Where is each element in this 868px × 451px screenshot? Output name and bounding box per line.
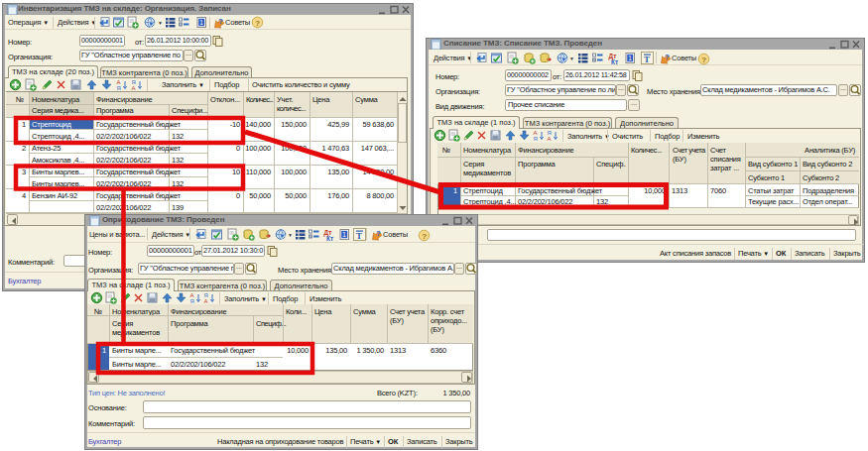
- svg-text:1: 1: [199, 19, 203, 26]
- svg-text:Я: Я: [132, 79, 136, 85]
- svg-text:?: ?: [422, 232, 427, 241]
- svg-text:Кт: Кт: [611, 58, 618, 65]
- svg-text:Я: Я: [548, 130, 552, 136]
- svg-text:?: ?: [665, 53, 670, 61]
- svg-text:Т: Т: [644, 55, 650, 64]
- svg-text:А: А: [190, 292, 194, 298]
- svg-text:Кт: Кт: [326, 235, 333, 242]
- svg-text:?: ?: [701, 56, 706, 64]
- svg-text:Я: Я: [204, 292, 208, 298]
- svg-text:?: ?: [218, 17, 223, 26]
- svg-text:Т: Т: [356, 231, 362, 241]
- svg-text:А: А: [548, 136, 552, 142]
- svg-text:1: 1: [628, 55, 632, 61]
- svg-text:А: А: [534, 130, 538, 136]
- svg-text:?: ?: [376, 229, 381, 238]
- svg-text:1: 1: [342, 231, 346, 238]
- svg-text:Я: Я: [534, 136, 538, 142]
- svg-text:?: ?: [255, 19, 260, 28]
- svg-text:А: А: [117, 79, 121, 85]
